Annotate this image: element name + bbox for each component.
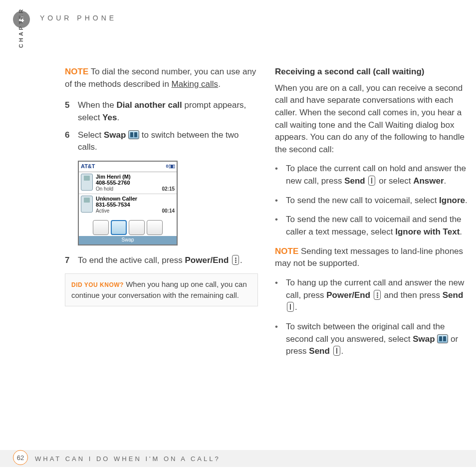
caller-number: 408-555-2760 — [96, 180, 175, 186]
bullet-marker: • — [275, 195, 286, 207]
step-text: When the Dial another call prompt appear… — [78, 99, 258, 124]
right-column: Receiving a second call (call waiting) W… — [275, 66, 468, 365]
bullet-marker: • — [275, 214, 286, 238]
page-number-badge: 62 — [13, 450, 28, 465]
carrier-label: AT&T — [81, 163, 95, 171]
bullet-1: • To place the current call on hold and … — [275, 163, 468, 187]
caller-name: Unknown Caller — [96, 196, 175, 202]
step-text: To end the active call, press Power/End … — [78, 254, 258, 267]
step-number: 5 — [65, 99, 78, 124]
screenshot-swap-button — [111, 220, 127, 235]
step-number: 6 — [65, 129, 78, 154]
screenshot-button — [147, 220, 163, 235]
left-column: NOTE To dial the second number, you can … — [65, 66, 258, 365]
screenshot-button — [93, 220, 109, 235]
send-key-icon — [333, 346, 340, 356]
making-calls-link[interactable]: Making calls — [172, 79, 219, 89]
note-paragraph: NOTE To dial the second number, you can … — [65, 66, 258, 90]
call-row-1: Jim Henri (M) 408-555-2760 On hold02:15 — [79, 172, 177, 194]
footer-text: WHAT CAN I DO WHEN I'M ON A CALL? — [35, 455, 221, 463]
signal-icons: 0 ▯▮▯ — [166, 163, 175, 170]
phone-icon — [81, 174, 93, 191]
send-key-icon — [287, 302, 294, 312]
note-text: Sending text messages to land-line phone… — [275, 246, 463, 268]
call-row-2: Unknown Caller 831-555-7534 Active00:14 — [79, 194, 177, 216]
call-status: On hold — [96, 186, 113, 192]
screenshot-selected-label: Swap — [79, 236, 177, 244]
screenshot-button — [129, 220, 145, 235]
note-paragraph-2: NOTE Sending text messages to land-line … — [275, 245, 468, 270]
step-7: 7 To end the active call, press Power/En… — [65, 254, 258, 267]
chapter-side-label: CHAPTER — [18, 7, 24, 48]
phone-icon — [81, 196, 93, 213]
note-label: NOTE — [275, 246, 298, 256]
did-you-know-label: DID YOU KNOW? — [71, 281, 124, 288]
bullet-marker: • — [275, 277, 286, 314]
step-5: 5 When the Dial another call prompt appe… — [65, 99, 258, 124]
power-end-key-icon — [374, 290, 381, 300]
subheading: Receiving a second call (call waiting) — [275, 66, 468, 78]
bullet-5: • To switch between the original call an… — [275, 321, 468, 358]
caller-number: 831-555-7534 — [96, 202, 175, 208]
bullet-marker: • — [275, 163, 286, 187]
step-6: 6 Select Swap to switch between the two … — [65, 129, 258, 154]
note-label: NOTE — [65, 67, 88, 76]
swap-icon — [128, 130, 139, 139]
call-time: 00:14 — [162, 208, 175, 214]
send-key-icon — [368, 176, 375, 186]
swap-icon — [437, 334, 448, 343]
phone-screenshot: AT&T 0 ▯▮▯ Jim Henri (M) 408-555-2760 On… — [78, 161, 178, 245]
section-title: YOUR PHONE — [40, 14, 117, 22]
bullet-marker: • — [275, 321, 286, 358]
step-text: Select Swap to switch between the two ca… — [78, 129, 258, 154]
call-time: 02:15 — [162, 186, 175, 192]
footer-bar: WHAT CAN I DO WHEN I'M ON A CALL? — [0, 450, 476, 467]
bullet-2: • To send the new call to voicemail, sel… — [275, 195, 468, 207]
bullet-4: • To hang up the current call and answer… — [275, 277, 468, 314]
intro-paragraph: When you are on a call, you can receive … — [275, 82, 468, 156]
power-end-key-icon — [232, 255, 239, 265]
call-status: Active — [96, 208, 109, 214]
bullet-3: • To send the new call to voicemail and … — [275, 214, 468, 238]
note-text: To dial the second number, you can use a… — [65, 67, 256, 89]
caller-name: Jim Henri (M) — [96, 174, 175, 180]
did-you-know-box: DID YOU KNOW? When you hang up one call,… — [65, 273, 258, 306]
step-number: 7 — [65, 254, 78, 267]
